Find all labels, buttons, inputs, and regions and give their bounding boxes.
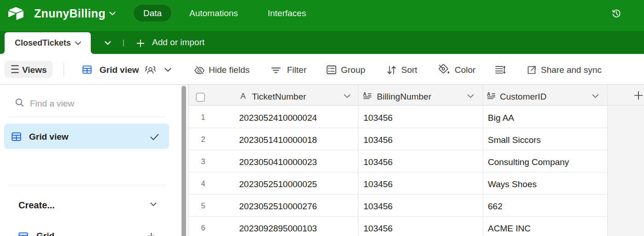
svg-text:A: A (487, 92, 491, 97)
svg-text:A: A (363, 92, 367, 97)
